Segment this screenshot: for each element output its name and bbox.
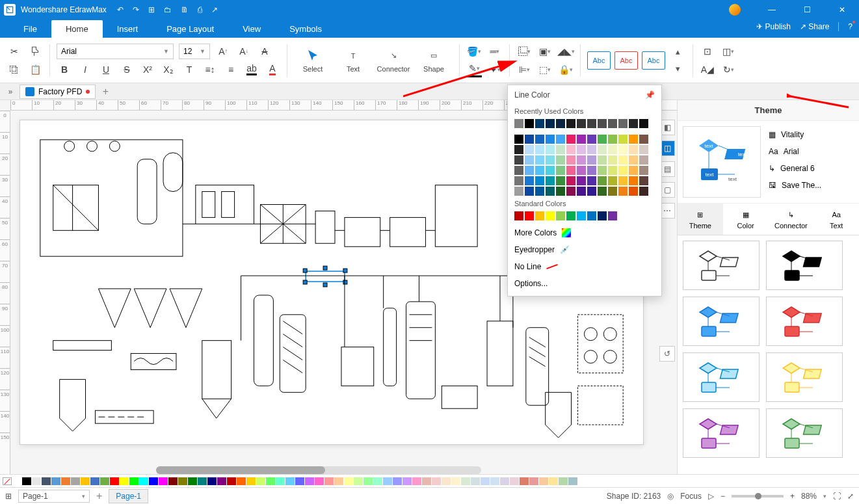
font-color-icon[interactable]: A: [265, 62, 280, 77]
minimize-button[interactable]: —: [759, 5, 785, 14]
color-swatch[interactable]: [514, 135, 523, 144]
color-swatch[interactable]: [577, 135, 586, 144]
color-swatch[interactable]: [587, 155, 596, 165]
strikethrough-icon[interactable]: S: [119, 62, 135, 77]
position-icon[interactable]: ⊡: [700, 44, 715, 59]
color-swatch[interactable]: [577, 187, 586, 196]
color-swatch[interactable]: [535, 119, 544, 128]
color-swatch[interactable]: [639, 119, 648, 128]
strip-swatch[interactable]: [42, 477, 51, 485]
tab-home[interactable]: Home: [51, 20, 103, 38]
color-swatch[interactable]: [546, 119, 555, 128]
color-swatch[interactable]: [618, 176, 628, 185]
copy-icon[interactable]: ⿻: [7, 62, 22, 77]
strip-swatch[interactable]: [559, 477, 568, 485]
color-swatch[interactable]: [639, 135, 648, 144]
color-swatch[interactable]: [629, 187, 638, 196]
theme-thumb[interactable]: [766, 352, 843, 402]
zoom-slider[interactable]: [732, 495, 784, 497]
more-colors-option[interactable]: More Colors: [508, 224, 661, 241]
strip-swatch[interactable]: [393, 477, 402, 485]
color-swatch[interactable]: [535, 145, 544, 154]
color-swatch[interactable]: [639, 145, 648, 154]
strip-swatch[interactable]: [266, 477, 275, 485]
color-swatch[interactable]: [587, 187, 596, 196]
strip-swatch[interactable]: [237, 477, 246, 485]
color-swatch[interactable]: [566, 119, 575, 128]
clear-format-icon[interactable]: A: [257, 44, 272, 59]
eyedropper-option[interactable]: Eyedropper💉: [508, 241, 661, 258]
color-swatch[interactable]: [514, 166, 523, 175]
theme-down-icon[interactable]: ▾: [669, 62, 686, 75]
color-swatch[interactable]: [618, 145, 628, 154]
font-decrease-icon[interactable]: A↓: [236, 44, 252, 59]
theme-thumb[interactable]: [766, 297, 843, 346]
flip-icon[interactable]: ◢◣▾: [558, 44, 574, 59]
pin-icon[interactable]: 📌: [645, 90, 655, 99]
underline-icon[interactable]: U: [98, 62, 114, 77]
save-icon[interactable]: 🗎: [181, 5, 189, 14]
color-swatch[interactable]: [514, 176, 523, 185]
theme-thumb[interactable]: [766, 241, 843, 290]
color-swatch[interactable]: [556, 187, 565, 196]
font-size-select[interactable]: 12▼: [179, 44, 210, 59]
strip-swatch[interactable]: [120, 477, 129, 485]
strip-swatch[interactable]: [198, 477, 207, 485]
side-history-icon[interactable]: ↺: [659, 346, 675, 362]
theme-style-1[interactable]: Abc: [587, 51, 611, 70]
color-swatch[interactable]: [556, 155, 565, 165]
color-swatch[interactable]: [535, 211, 544, 220]
subscript-icon[interactable]: X₂: [161, 62, 176, 77]
color-swatch[interactable]: [525, 135, 534, 144]
color-swatch[interactable]: [566, 176, 575, 185]
color-swatch[interactable]: [535, 135, 544, 144]
new-icon[interactable]: ⊞: [148, 5, 155, 14]
color-swatch[interactable]: [525, 176, 534, 185]
theme-opt-colors[interactable]: ▦Vitality: [769, 126, 856, 143]
lock-icon[interactable]: 🔒▾: [558, 62, 574, 77]
strip-swatch[interactable]: [246, 477, 256, 485]
color-swatch[interactable]: [587, 135, 596, 144]
theme-style-2[interactable]: Abc: [615, 51, 638, 70]
page-select[interactable]: Page-1▾: [18, 490, 90, 503]
strip-swatch[interactable]: [510, 477, 519, 485]
color-swatch[interactable]: [598, 145, 607, 154]
strip-swatch[interactable]: [549, 477, 558, 485]
color-swatch[interactable]: [639, 166, 648, 175]
expand-tabs-icon[interactable]: »: [4, 87, 17, 96]
strip-swatch[interactable]: [363, 477, 373, 485]
fill-color-icon[interactable]: 🪣▾: [466, 44, 482, 59]
add-tab-button[interactable]: +: [98, 86, 112, 98]
rp-tab-text[interactable]: AaText: [813, 204, 859, 235]
strip-swatch[interactable]: [149, 477, 158, 485]
color-swatch[interactable]: [577, 155, 586, 165]
strip-swatch[interactable]: [529, 477, 538, 485]
color-swatch[interactable]: [629, 135, 638, 144]
theme-thumb[interactable]: [766, 408, 843, 458]
color-swatch[interactable]: [587, 166, 596, 175]
color-swatch[interactable]: [525, 187, 534, 196]
color-swatch[interactable]: [577, 211, 586, 220]
strip-swatch[interactable]: [500, 477, 509, 485]
strip-swatch[interactable]: [100, 477, 109, 485]
theme-opt-font[interactable]: AaArial: [769, 143, 856, 160]
color-swatch[interactable]: [556, 211, 565, 220]
tab-view[interactable]: View: [228, 20, 275, 38]
color-swatch[interactable]: [577, 145, 586, 154]
strip-swatch[interactable]: [334, 477, 343, 485]
text-style-icon[interactable]: A◢: [700, 62, 715, 77]
color-swatch[interactable]: [514, 119, 523, 128]
strip-swatch[interactable]: [315, 477, 324, 485]
pages-view-icon[interactable]: ⊞: [5, 492, 12, 501]
color-swatch[interactable]: [525, 166, 534, 175]
strip-swatch[interactable]: [383, 477, 392, 485]
color-swatch[interactable]: [566, 166, 575, 175]
play-icon[interactable]: ▷: [708, 492, 714, 501]
color-swatch[interactable]: [608, 211, 617, 220]
theme-thumb[interactable]: [683, 352, 760, 402]
export-icon[interactable]: ↗: [211, 5, 218, 14]
color-swatch[interactable]: [598, 119, 607, 128]
color-swatch[interactable]: [629, 119, 638, 128]
color-swatch[interactable]: [566, 211, 575, 220]
strip-swatch[interactable]: [81, 477, 90, 485]
